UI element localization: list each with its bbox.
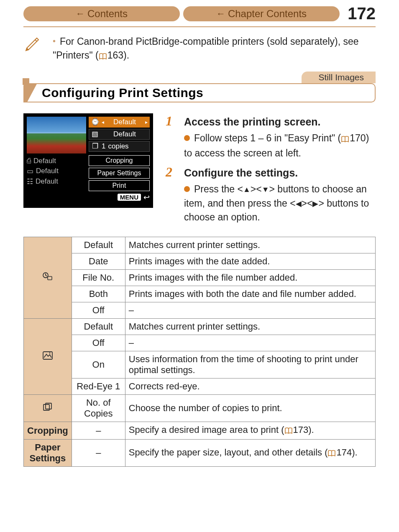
option-cell: File No. [72,270,125,286]
bullet-icon: • [53,35,56,47]
category-copies [24,395,72,422]
table-row: Paper Settings – Specify the paper size,… [24,440,376,467]
chapter-contents-button[interactable]: ← Chapter Contents [183,6,340,21]
contents-label: Contents [87,8,128,20]
image-optimize-option: ▧ Default [89,129,150,140]
return-icon: ↩ [143,193,150,202]
bullet-icon [184,135,190,141]
description-cell: Corrects red-eye. [125,379,375,395]
chapter-contents-label: Chapter Contents [228,8,307,20]
description-cell: Prints images with the date added. [125,253,375,270]
step-1-heading: 1 Access the printing screen. [166,113,376,129]
pencil-icon [23,35,53,64]
description-cell: Specify the paper size, layout, and othe… [125,440,375,467]
table-row: File No.Prints images with the file numb… [24,270,376,286]
page-link-173[interactable]: 173 [293,425,309,435]
page-link-170[interactable]: 170 [350,133,366,143]
table-row: BothPrints images with both the date and… [24,286,376,302]
step-2-body: Press the <▲><▼> buttons to choose an it… [166,182,376,224]
section-heading: Configuring Print Settings [23,83,376,102]
book-icon [327,448,336,459]
table-row: Red-Eye 1Corrects red-eye. [24,379,376,395]
up-triangle-icon: ▲ [243,184,251,195]
description-cell: Matches current printer settings. [125,237,375,253]
page-link-174[interactable]: 174 [336,447,352,458]
category-date-file [24,237,72,319]
camera-screen-preview: ⌚ ◂ Default ▸ ▧ Default ❐ 1 copies [23,113,153,208]
description-cell: Matches current printer settings. [125,319,375,335]
layout-icon: ☷ [27,177,33,186]
picture-icon: ▧ [91,130,99,138]
copies-option: ❐ 1 copies [89,141,150,152]
option-cell: Red-Eye 1 [72,379,125,395]
print-button: Print [89,180,150,191]
note-text-b: ). [123,50,129,61]
option-cell: Both [72,286,125,302]
contents-button[interactable]: ← Contents [23,6,180,21]
description-cell: Choose the number of copies to print. [125,395,375,422]
option-cell: On [72,351,125,379]
option-cell: – [72,422,125,440]
option-cell: No. of Copies [72,395,125,422]
steps-column: 1 Access the printing screen. Follow ste… [166,113,376,229]
copies-icon: ❐ [91,142,99,151]
option-cell: Date [72,253,125,270]
copies-value: 1 [102,142,105,151]
book-icon [341,133,349,146]
paper-size-default: ⎙Default [27,157,86,165]
tag-row: Still Images [0,72,399,83]
step-2-heading: 2 Configure the settings. [166,164,376,180]
description-cell: Prints images with both the date and fil… [125,286,375,302]
page-link-163[interactable]: 163 [107,50,123,61]
clock-icon: ⌚ [91,118,99,126]
back-arrow-icon: ← [76,8,85,19]
step-1-body: Follow steps 1 – 6 in "Easy Print" (170)… [166,131,376,161]
paper-type-default: ▭Default [27,167,86,176]
step-1-number: 1 [166,113,178,129]
book-icon [99,50,107,64]
page-number: 172 [346,4,376,23]
still-images-tag: Still Images [302,72,376,83]
table-row: Cropping – Specify a desired image area … [24,422,376,440]
step-1-title: Access the printing screen. [184,116,321,128]
heading-text: Configuring Print Settings [42,86,203,100]
content-row: ⌚ ◂ Default ▸ ▧ Default ❐ 1 copies [0,102,399,233]
option-cell: Default [72,319,125,335]
cropping-button: Cropping [89,155,150,166]
option-cell: Off [72,302,125,319]
manual-page: ← Contents ← Chapter Contents 172 •For C… [0,0,399,483]
book-icon [284,426,293,437]
heading-decoration [23,84,42,102]
step-2-title: Configure the settings. [184,167,298,179]
menu-badge: MENU [118,194,141,201]
triangle-left-icon: ◂ [102,119,104,125]
bullet-icon [184,186,190,192]
option-cell: Off [72,335,125,351]
table-row: No. of Copies Choose the number of copie… [24,395,376,422]
copies-label: copies [108,142,148,151]
table-row: OnUses information from the time of shoo… [24,351,376,379]
layout-default: ☷Default [27,177,86,186]
table-row: DefaultMatches current printer settings. [24,319,376,335]
note-text: •For Canon-brand PictBridge-compatible p… [53,35,376,64]
table-row: DatePrints images with the date added. [24,253,376,270]
category-optimize [24,319,72,395]
step-2-number: 2 [166,164,178,180]
svg-rect-6 [46,403,51,409]
settings-table: Default Matches current printer settings… [23,237,376,467]
right-triangle-icon: ▶ [312,198,318,209]
description-cell: Specify a desired image area to print (1… [125,422,375,440]
paper-size-icon: ⎙ [27,157,31,165]
description-cell: Uses information from the time of shooti… [125,351,375,379]
category-paper-settings: Paper Settings [24,440,72,467]
paper-type-icon: ▭ [27,167,33,176]
table-row: Off– [24,302,376,319]
svg-rect-5 [43,404,49,410]
top-nav-bar: ← Contents ← Chapter Contents 172 [0,4,399,26]
header-divider [23,26,376,27]
category-cropping: Cropping [24,422,72,440]
opt2-value: Default [102,130,148,138]
option-cell: – [72,440,125,467]
triangle-right-icon: ▸ [145,119,148,125]
description-cell: Prints images with the file number added… [125,270,375,286]
